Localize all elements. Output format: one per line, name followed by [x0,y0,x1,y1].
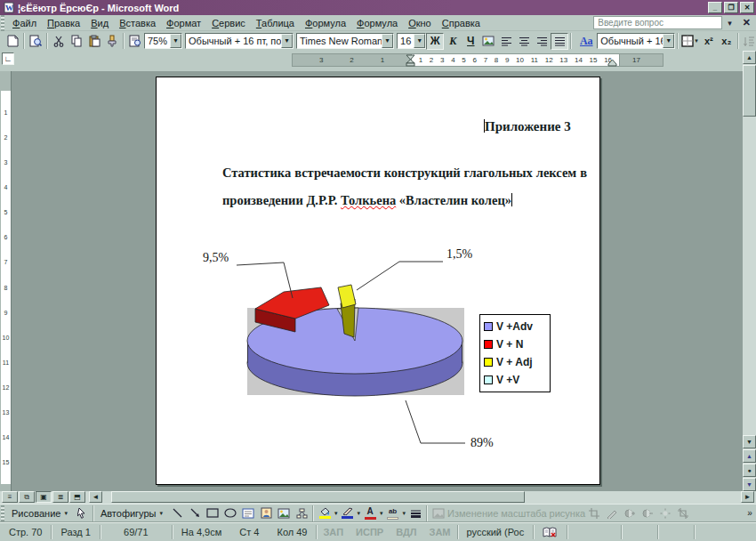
select-browse-object-button[interactable]: ● [743,464,756,477]
pie-chart[interactable] [157,77,601,486]
picture-file-icon [277,508,290,519]
next-page-button[interactable]: ▼ [743,478,756,491]
insert-picture-button[interactable] [479,33,497,50]
menubar-close-icon[interactable]: ✕ [737,17,756,28]
line-tool-button[interactable] [168,505,186,521]
borders-dropdown-icon[interactable]: ▾ [694,37,699,44]
vertical-ruler[interactable]: 123456789101112131415 [0,71,12,491]
right-indent-marker[interactable] [607,59,617,67]
restore-button[interactable]: ❐ [724,2,738,13]
horizontal-scroll-thumb[interactable] [111,491,525,503]
new-document-button[interactable] [4,33,21,50]
menu-item-2[interactable]: Вид [85,16,114,30]
menubar-grip[interactable] [1,15,4,31]
highlight-button[interactable]: ab [384,505,402,521]
vruler-number: 5 [4,209,8,215]
menu-item-9[interactable]: Окно [403,16,437,30]
line-style-button[interactable] [406,505,424,521]
chart-legend[interactable]: V +AdvV + NV + AdjV +V [479,314,551,392]
document-map-button[interactable] [126,33,144,50]
vertical-scroll-thumb[interactable] [743,65,756,117]
borders-button[interactable]: ▾ [680,33,700,50]
menu-item-1[interactable]: Правка [42,16,85,30]
line-color-button[interactable] [339,505,357,521]
drawing-menu-button[interactable]: Рисование▾ [7,506,73,521]
style2-dropdown-icon[interactable]: ▾ [663,34,674,48]
spellcheck-status[interactable] [534,525,567,539]
zoom-dropdown-icon[interactable]: ▾ [170,34,181,48]
scroll-left-button[interactable]: ◄ [89,491,102,503]
ruler-text-area: 12345678910111213141516 [412,53,619,67]
ask-question-input[interactable]: Введите вопрос [593,16,722,29]
arrow-icon [189,507,201,519]
status-vertical-position: На 4,9см [173,525,230,539]
ruler-number: 7 [484,56,487,64]
scroll-down-button[interactable]: ▼ [743,435,756,448]
superscript-button[interactable]: x² [700,33,718,50]
menu-item-10[interactable]: Справка [437,16,486,30]
underline-button[interactable]: Ч [462,33,479,50]
rectangle-tool-button[interactable] [204,505,221,521]
normal-view-button[interactable]: ≡ [2,491,18,503]
minimize-button[interactable]: _ [708,2,722,13]
styles-formatting-button[interactable]: Аа [577,33,595,50]
menu-item-0[interactable]: Файл [7,16,42,30]
question-dropdown-icon[interactable]: ▾ [722,19,737,28]
drawing-toolbar: Рисование▾ Автофигуры▾ ▾ ▾ А ▾ [0,504,756,521]
font-size-dropdown-icon[interactable]: ▾ [414,34,425,48]
italic-button[interactable]: К [444,33,462,50]
menu-item-7[interactable]: Формула [300,16,351,30]
drawbar-grip[interactable] [1,505,4,521]
align-right-button[interactable] [533,33,551,50]
menu-item-5[interactable]: Сервис [206,16,251,30]
drawbar-options-button[interactable]: » [744,505,756,521]
scroll-right-button[interactable]: ► [741,491,754,503]
insert-picture-from-file-button[interactable] [275,505,293,521]
reading-view-button[interactable]: ⬒ [69,491,85,503]
contrast-down-icon [642,508,654,519]
bold-button[interactable]: Ж [426,33,444,50]
fill-color-button[interactable] [316,505,334,521]
style-combobox[interactable]: Обычный + 16 пт, по. ▾ [185,33,294,49]
select-objects-button[interactable] [73,505,91,521]
vertical-scrollbar[interactable]: ▲ ▼ ▲ ● ▼ [743,51,756,491]
outline-view-button[interactable]: ≣ [52,491,68,503]
align-center-button[interactable] [515,33,533,50]
oval-tool-button[interactable] [221,505,239,521]
sort-paragraph-button[interactable] [741,33,756,50]
horizontal-ruler[interactable]: 321 12345678910111213141516 17 [292,53,664,67]
arrow-tool-button[interactable] [186,505,204,521]
document-page[interactable]: Приложение 3 Статистика встречаемости ко… [156,77,600,485]
justify-button[interactable] [551,33,568,50]
indent-marker[interactable] [406,54,415,67]
insert-clipart-button[interactable] [257,505,275,521]
copy-button[interactable] [68,33,85,50]
font-size-combobox[interactable]: 16 ▾ [397,33,426,49]
cut-button[interactable] [50,33,68,50]
insert-diagram-button[interactable] [293,505,310,521]
close-button[interactable]: ✕ [740,2,754,13]
subscript-button[interactable]: x₂ [718,33,736,50]
web-layout-view-button[interactable]: ⧉ [19,491,35,503]
menu-item-3[interactable]: Вставка [114,16,161,30]
menu-item-4[interactable]: Формат [161,16,206,30]
font-color-button[interactable]: А [361,505,379,521]
scroll-up-button[interactable]: ▲ [743,51,756,64]
previous-page-button[interactable]: ▲ [743,449,756,463]
print-preview-button[interactable] [27,33,44,50]
align-left-button[interactable] [497,33,515,50]
style2-combobox[interactable]: Обычный + 16 ▾ [597,33,675,49]
vruler-number: 13 [3,409,10,416]
menu-item-6[interactable]: Таблица [251,16,300,30]
textbox-tool-button[interactable] [239,505,257,521]
menu-item-8[interactable]: Формула [351,16,403,30]
font-dropdown-icon[interactable]: ▾ [382,34,393,48]
paste-button[interactable] [85,33,103,50]
font-combobox[interactable]: Times New Roman ▾ [296,33,394,49]
print-layout-view-button[interactable]: ▣ [36,491,52,503]
style-dropdown-icon[interactable]: ▾ [281,34,293,48]
format-painter-button[interactable] [103,33,121,50]
zoom-combobox[interactable]: 75% ▾ [144,33,182,49]
tab-stop-selector[interactable]: ∟ [2,52,14,65]
autoshapes-menu-button[interactable]: Автофигуры▾ [96,506,168,521]
